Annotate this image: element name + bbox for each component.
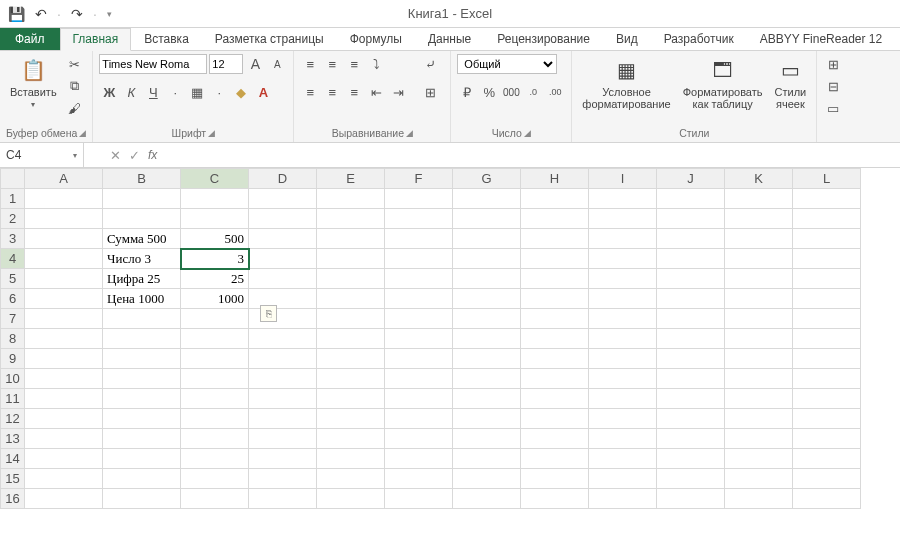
row-header-6[interactable]: 6 (1, 289, 25, 309)
cell-C5[interactable]: 25 (181, 269, 249, 289)
cell-A8[interactable] (25, 329, 103, 349)
dec-decimal-icon[interactable]: .00 (545, 82, 565, 102)
col-header-H[interactable]: H (521, 169, 589, 189)
cell-H11[interactable] (521, 389, 589, 409)
merge-icon[interactable]: ⊞ (416, 82, 444, 102)
cell-G4[interactable] (453, 249, 521, 269)
tab-file[interactable]: Файл (0, 27, 60, 50)
cell-D9[interactable] (249, 349, 317, 369)
cell-H9[interactable] (521, 349, 589, 369)
cell-G15[interactable] (453, 469, 521, 489)
cell-F14[interactable] (385, 449, 453, 469)
cell-J3[interactable] (657, 229, 725, 249)
font-color-icon[interactable]: A (253, 82, 273, 102)
col-header-F[interactable]: F (385, 169, 453, 189)
cell-L9[interactable] (793, 349, 861, 369)
dialog-launcher-icon[interactable]: ◢ (79, 128, 86, 138)
wrap-text-icon[interactable]: ⤶ (416, 54, 444, 74)
cell-B11[interactable] (103, 389, 181, 409)
cell-K3[interactable] (725, 229, 793, 249)
cell-styles-button[interactable]: ▭ Стили ячеек (771, 54, 811, 112)
cell-E6[interactable] (317, 289, 385, 309)
underline-button[interactable]: Ч (143, 82, 163, 102)
cell-A16[interactable] (25, 489, 103, 509)
cell-C16[interactable] (181, 489, 249, 509)
col-header-I[interactable]: I (589, 169, 657, 189)
cell-D14[interactable] (249, 449, 317, 469)
cell-A12[interactable] (25, 409, 103, 429)
save-icon[interactable]: 💾 (8, 6, 25, 22)
cell-L14[interactable] (793, 449, 861, 469)
cell-B6[interactable]: Цена 1000 (103, 289, 181, 309)
cell-E8[interactable] (317, 329, 385, 349)
row-header-10[interactable]: 10 (1, 369, 25, 389)
conditional-formatting-button[interactable]: ▦ Условное форматирование (578, 54, 674, 112)
cell-A13[interactable] (25, 429, 103, 449)
cell-J4[interactable] (657, 249, 725, 269)
cell-I4[interactable] (589, 249, 657, 269)
row-header-16[interactable]: 16 (1, 489, 25, 509)
cell-B1[interactable] (103, 189, 181, 209)
cell-A10[interactable] (25, 369, 103, 389)
tab-abbyy[interactable]: ABBYY FineReader 12 (747, 28, 896, 50)
col-header-E[interactable]: E (317, 169, 385, 189)
cell-K11[interactable] (725, 389, 793, 409)
cell-K15[interactable] (725, 469, 793, 489)
cell-J10[interactable] (657, 369, 725, 389)
dialog-launcher-icon[interactable]: ◢ (208, 128, 215, 138)
cell-I12[interactable] (589, 409, 657, 429)
row-header-3[interactable]: 3 (1, 229, 25, 249)
align-bottom-icon[interactable]: ≡ (344, 54, 364, 74)
cell-L12[interactable] (793, 409, 861, 429)
row-header-14[interactable]: 14 (1, 449, 25, 469)
cell-G12[interactable] (453, 409, 521, 429)
cell-L10[interactable] (793, 369, 861, 389)
indent-dec-icon[interactable]: ⇤ (366, 82, 386, 102)
cell-I7[interactable] (589, 309, 657, 329)
cell-H8[interactable] (521, 329, 589, 349)
cell-A2[interactable] (25, 209, 103, 229)
cell-K1[interactable] (725, 189, 793, 209)
cell-C6[interactable]: 1000 (181, 289, 249, 309)
cell-F11[interactable] (385, 389, 453, 409)
cell-H5[interactable] (521, 269, 589, 289)
cell-G2[interactable] (453, 209, 521, 229)
bold-button[interactable]: Ж (99, 82, 119, 102)
cell-F1[interactable] (385, 189, 453, 209)
row-header-4[interactable]: 4 (1, 249, 25, 269)
cell-D13[interactable] (249, 429, 317, 449)
cell-E12[interactable] (317, 409, 385, 429)
cell-I14[interactable] (589, 449, 657, 469)
align-top-icon[interactable]: ≡ (300, 54, 320, 74)
cell-B5[interactable]: Цифра 25 (103, 269, 181, 289)
col-header-C[interactable]: C (181, 169, 249, 189)
cell-A9[interactable] (25, 349, 103, 369)
cell-B15[interactable] (103, 469, 181, 489)
worksheet[interactable]: ABCDEFGHIJKL123Сумма 5005004Число 335Циф… (0, 168, 900, 509)
cell-L4[interactable] (793, 249, 861, 269)
cell-L13[interactable] (793, 429, 861, 449)
cell-K6[interactable] (725, 289, 793, 309)
cell-C10[interactable] (181, 369, 249, 389)
cell-A11[interactable] (25, 389, 103, 409)
cell-K14[interactable] (725, 449, 793, 469)
redo-icon[interactable]: ↷ (71, 6, 83, 22)
cell-I15[interactable] (589, 469, 657, 489)
cell-J5[interactable] (657, 269, 725, 289)
cell-B12[interactable] (103, 409, 181, 429)
col-header-L[interactable]: L (793, 169, 861, 189)
cell-L16[interactable] (793, 489, 861, 509)
cell-I13[interactable] (589, 429, 657, 449)
cell-F12[interactable] (385, 409, 453, 429)
cell-F3[interactable] (385, 229, 453, 249)
qat-customize-icon[interactable]: ▾ (107, 9, 112, 19)
currency-icon[interactable]: ₽ (457, 82, 477, 102)
row-header-12[interactable]: 12 (1, 409, 25, 429)
cell-E7[interactable] (317, 309, 385, 329)
enter-icon[interactable]: ✓ (129, 148, 140, 163)
row-header-2[interactable]: 2 (1, 209, 25, 229)
cell-B2[interactable] (103, 209, 181, 229)
tab-home[interactable]: Главная (60, 28, 132, 51)
cell-H3[interactable] (521, 229, 589, 249)
cell-J2[interactable] (657, 209, 725, 229)
